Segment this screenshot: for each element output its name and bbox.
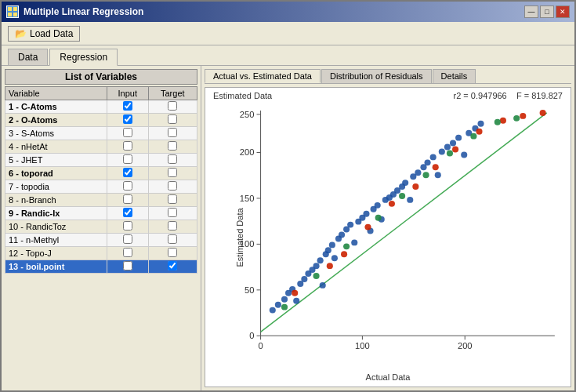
target-checkbox[interactable] — [168, 168, 177, 177]
chart-area: Estimated Data r2 = 0.947966 F = 819.827… — [205, 87, 571, 387]
load-data-button[interactable]: 📂 Load Data — [8, 26, 80, 42]
table-row[interactable]: 9 - Randic-Ix — [5, 207, 197, 220]
var-target-cell[interactable] — [148, 180, 197, 194]
var-target-cell[interactable] — [148, 100, 197, 114]
input-checkbox[interactable] — [123, 181, 132, 191]
svg-point-30 — [293, 298, 299, 304]
table-row[interactable]: 7 - topodia — [5, 180, 197, 194]
var-input-cell[interactable] — [107, 220, 148, 234]
input-checkbox[interactable] — [123, 168, 132, 177]
var-target-cell[interactable] — [148, 114, 197, 127]
target-checkbox[interactable] — [168, 221, 177, 230]
var-input-cell[interactable] — [107, 260, 148, 274]
var-input-cell[interactable] — [107, 207, 148, 220]
input-checkbox[interactable] — [123, 221, 132, 230]
table-row[interactable]: 12 - Topo-J — [5, 247, 197, 260]
target-checkbox[interactable] — [168, 194, 177, 204]
minimize-button[interactable]: — — [524, 5, 538, 18]
svg-point-78 — [364, 224, 371, 230]
var-input-cell[interactable] — [107, 140, 148, 154]
svg-point-52 — [375, 202, 381, 209]
close-button[interactable]: ✕ — [556, 5, 570, 18]
right-panel: Actual vs. Estimated Data Distribution o… — [201, 66, 574, 390]
table-row[interactable]: 2 - O-Atoms — [5, 114, 197, 127]
var-input-cell[interactable] — [107, 234, 148, 247]
target-checkbox[interactable] — [168, 261, 177, 270]
tab-data[interactable]: Data — [8, 49, 48, 65]
input-checkbox[interactable] — [123, 248, 132, 257]
var-target-cell[interactable] — [148, 154, 197, 167]
var-name: 7 - topodia — [5, 180, 107, 194]
table-row[interactable]: 8 - n-Branch — [5, 194, 197, 207]
title-bar: Multiple Linear Regression — □ ✕ — [2, 2, 574, 22]
table-row[interactable]: 6 - toporad — [5, 167, 197, 180]
var-input-cell[interactable] — [107, 127, 148, 140]
table-row[interactable]: 13 - boil.point — [5, 260, 197, 274]
var-input-cell[interactable] — [107, 167, 148, 180]
var-target-cell[interactable] — [148, 127, 197, 140]
target-checkbox[interactable] — [168, 141, 177, 151]
target-checkbox[interactable] — [168, 248, 177, 257]
target-checkbox[interactable] — [168, 154, 177, 164]
var-name: 5 - JHET — [5, 154, 107, 167]
svg-point-69 — [450, 140, 456, 147]
var-target-cell[interactable] — [148, 220, 197, 234]
svg-point-41 — [331, 255, 338, 261]
var-input-cell[interactable] — [107, 180, 148, 194]
input-checkbox[interactable] — [123, 208, 132, 217]
maximize-button[interactable]: □ — [540, 5, 554, 18]
var-target-cell[interactable] — [148, 207, 197, 220]
table-row[interactable]: 1 - C-Atoms — [5, 100, 197, 114]
target-checkbox[interactable] — [168, 114, 177, 124]
target-checkbox[interactable] — [168, 101, 177, 111]
input-checkbox[interactable] — [123, 194, 132, 204]
chart-tab-actual-vs-estimated[interactable]: Actual vs. Estimated Data — [205, 69, 321, 83]
var-target-cell[interactable] — [148, 194, 197, 207]
var-input-cell[interactable] — [107, 194, 148, 207]
table-row[interactable]: 4 - nHetAt — [5, 140, 197, 154]
svg-point-93 — [447, 150, 453, 156]
tab-regression[interactable]: Regression — [49, 49, 118, 66]
svg-point-32 — [301, 276, 307, 282]
svg-point-60 — [407, 197, 413, 203]
target-checkbox[interactable] — [168, 234, 177, 244]
table-row[interactable]: 10 - RandicToz — [5, 220, 197, 234]
svg-point-81 — [433, 164, 439, 170]
var-target-cell[interactable] — [148, 167, 197, 180]
scatter-chart: 0 100 200 0 50 100 150 — [229, 107, 563, 363]
var-target-cell[interactable] — [148, 140, 197, 154]
table-row[interactable]: 3 - S-Atoms — [5, 127, 197, 140]
target-checkbox[interactable] — [168, 181, 177, 191]
chart-tab-distribution[interactable]: Distribution of Residuals — [321, 69, 432, 83]
target-checkbox[interactable] — [168, 208, 177, 217]
svg-point-25 — [270, 307, 276, 314]
table-row[interactable]: 11 - n-Methyl — [5, 234, 197, 247]
chart-tabs: Actual vs. Estimated Data Distribution o… — [205, 69, 571, 84]
var-input-cell[interactable] — [107, 247, 148, 260]
table-row[interactable]: 5 - JHET — [5, 154, 197, 167]
target-checkbox[interactable] — [168, 128, 177, 137]
chart-tab-details[interactable]: Details — [433, 69, 476, 83]
svg-point-40 — [329, 241, 335, 248]
svg-point-65 — [430, 154, 437, 160]
var-target-cell[interactable] — [148, 260, 197, 274]
svg-text:100: 100 — [240, 239, 255, 249]
svg-point-84 — [500, 118, 506, 124]
var-target-cell[interactable] — [148, 247, 197, 260]
var-input-cell[interactable] — [107, 154, 148, 167]
svg-point-27 — [281, 296, 288, 303]
chart-canvas: 0 100 200 0 50 100 150 — [229, 107, 563, 363]
var-input-cell[interactable] — [107, 114, 148, 127]
svg-text:0: 0 — [258, 341, 263, 350]
var-input-cell[interactable] — [107, 100, 148, 114]
svg-point-82 — [452, 147, 458, 153]
var-target-cell[interactable] — [148, 234, 197, 247]
input-checkbox[interactable] — [123, 154, 132, 164]
input-checkbox[interactable] — [123, 114, 132, 124]
input-checkbox[interactable] — [123, 141, 132, 151]
input-checkbox[interactable] — [123, 101, 132, 111]
input-checkbox[interactable] — [123, 234, 132, 244]
input-checkbox[interactable] — [123, 128, 132, 137]
input-checkbox[interactable] — [123, 261, 132, 270]
svg-point-35 — [313, 263, 320, 269]
